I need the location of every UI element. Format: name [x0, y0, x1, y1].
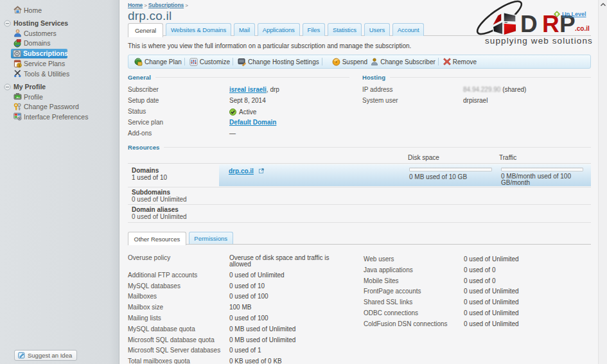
svg-text:supplying web solutions: supplying web solutions	[485, 36, 593, 46]
